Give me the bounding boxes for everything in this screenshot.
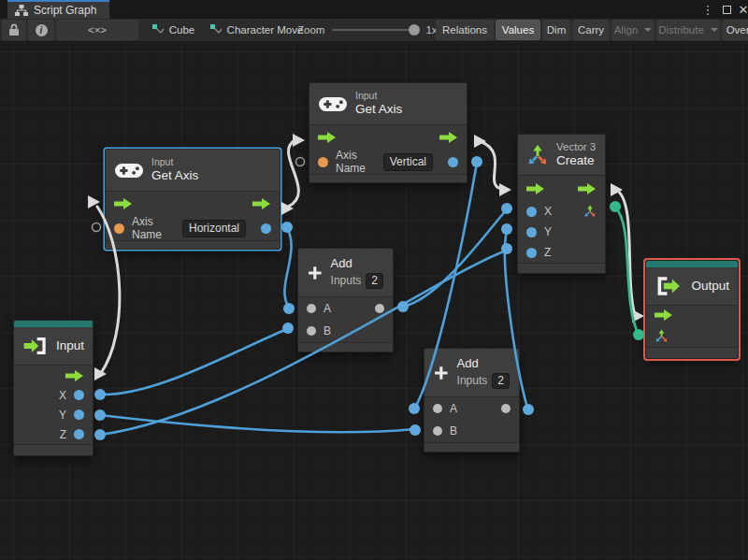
port-label: Y [59,409,66,422]
carry-button[interactable]: Carry [572,20,610,40]
value-output-port-x[interactable] [74,390,84,400]
window-maximize-icon[interactable] [718,0,735,19]
inputs-label: Inputs [457,374,488,388]
node-category: Input [151,156,198,168]
tab-title: Script Graph [34,4,96,17]
node-header[interactable]: Add Inputs 2 [298,249,393,297]
value-input-port-b[interactable] [307,326,316,336]
values-label: Values [502,24,534,36]
script-graph-window: Script Graph ⋮ ✕ i <×> Cube [0,0,748,560]
flow-input-port[interactable] [654,309,673,321]
graph-node-icon [151,24,165,36]
code-preview-button[interactable]: <×> [56,20,138,40]
align-label: Align [614,24,639,36]
relations-label: Relations [442,24,487,36]
value-output-port-z[interactable] [74,429,84,439]
node-input[interactable]: Input X Y Z [13,320,94,456]
dim-label: Dim [547,24,566,36]
node-add-2[interactable]: Add Inputs 2 A B [424,348,520,452]
flow-input-port[interactable] [526,183,545,194]
flow-output-port[interactable] [252,198,271,209]
node-get-axis-vertical[interactable]: Input Get Axis Axis Name Vertical [309,82,468,183]
zoom-slider[interactable] [332,29,418,31]
inputs-label: Inputs [331,274,362,288]
value-output-port[interactable] [501,404,511,413]
node-get-axis-horizontal[interactable]: Input Get Axis Axis Name Horizontal [105,149,280,250]
node-header[interactable]: Vector 3 Create [518,135,605,176]
value-output-port[interactable] [375,304,384,313]
port-label: A [324,302,331,315]
vector3-input-port[interactable] [654,329,669,343]
node-footer [298,342,393,352]
flow-output-port[interactable] [439,132,458,143]
string-input-port[interactable] [318,157,328,167]
carry-label: Carry [578,24,604,36]
gamepad-icon [115,162,143,179]
lock-icon [8,23,20,36]
align-dropdown[interactable]: Align [611,20,654,40]
port-label: Axis Name [336,149,376,175]
value-input-port-y[interactable] [526,227,537,237]
value-input-port-a[interactable] [433,404,442,413]
node-header[interactable]: Output [646,267,738,306]
node-footer [518,263,605,273]
value-output-port[interactable] [448,157,458,167]
relations-button[interactable]: Relations [436,20,494,40]
distribute-dropdown[interactable]: Distribute [656,20,720,40]
brackets-icon: <×> [88,24,107,36]
node-vector3-create[interactable]: Vector 3 Create X Y [517,134,606,274]
node-title: Add [457,356,510,371]
zoom-control: Zoom 1x [297,19,438,41]
value-input-port-a[interactable] [307,304,316,313]
flow-output-port[interactable] [578,183,597,194]
axis-name-field[interactable]: Vertical [383,153,433,171]
info-button[interactable]: i [28,20,54,40]
overview-button[interactable]: Overv [722,20,748,40]
node-header[interactable]: Input [14,327,93,366]
chevron-down-icon [711,28,718,32]
dim-button[interactable]: Dim [542,20,570,40]
breadcrumb-character-move[interactable]: Character Move [208,20,305,40]
value-input-port-b[interactable] [433,426,442,436]
node-title: Add [331,256,383,271]
string-input-port[interactable] [114,223,124,234]
node-footer [309,174,467,182]
window-menu-icon[interactable]: ⋮ [699,0,716,19]
zoom-slider-handle[interactable] [409,24,420,36]
vector3-output-port[interactable] [583,205,597,218]
node-title: Get Axis [355,102,402,118]
node-title: Input [56,338,84,354]
port-label: Z [544,246,551,259]
port-label: X [59,389,66,402]
node-add-1[interactable]: Add Inputs 2 A B [297,248,394,352]
lock-button[interactable] [2,20,26,40]
chevron-down-icon [644,28,652,32]
port-label: B [450,424,457,438]
axis-name-field[interactable]: Horizontal [182,220,246,237]
value-input-port-x[interactable] [526,207,537,217]
value-output-port[interactable] [261,223,271,234]
node-header[interactable]: Input Get Axis [106,150,280,192]
value-output-port-y[interactable] [74,409,84,420]
node-footer [106,240,280,249]
node-output[interactable]: Output [645,260,739,359]
tab-script-graph[interactable]: Script Graph [7,0,109,19]
port-label: X [544,205,552,218]
flow-input-port[interactable] [318,132,337,143]
graph-toolbar: i <×> Cube Character Move Zoom 1x [0,19,748,42]
inputs-count-field[interactable]: 2 [366,273,383,289]
flow-output-port[interactable] [65,370,84,381]
breadcrumb-character-move-label: Character Move [227,24,304,36]
node-category: Vector 3 [556,140,596,153]
values-button[interactable]: Values [496,20,540,40]
flow-input-port[interactable] [114,198,133,209]
node-header[interactable]: Add Inputs 2 [424,349,519,397]
node-title: Get Axis [151,168,198,184]
node-header[interactable]: Input Get Axis [309,83,467,125]
value-input-port-z[interactable] [526,248,537,258]
vector3-icon [526,144,549,166]
port-label: Y [544,225,552,238]
inputs-count-field[interactable]: 2 [492,373,510,389]
window-close-icon[interactable]: ✕ [735,0,748,19]
breadcrumb-cube[interactable]: Cube [142,20,204,40]
